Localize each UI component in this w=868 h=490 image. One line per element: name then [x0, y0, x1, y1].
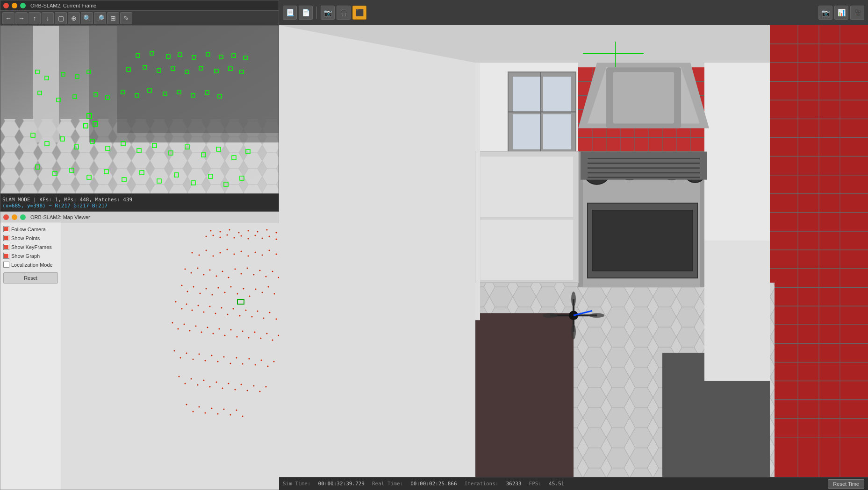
svg-point-212	[273, 361, 275, 362]
svg-point-161	[221, 307, 222, 309]
map-viewer-window: ORB-SLAM2: Map Viewer Follow Camera Show…	[0, 212, 301, 490]
svg-point-158	[203, 312, 205, 313]
svg-point-190	[260, 338, 262, 339]
map-point-cloud-svg	[61, 222, 301, 490]
sim-btn-4[interactable]: 🎧	[337, 6, 351, 20]
localization-mode-label: Localization Mode	[11, 262, 53, 268]
show-points-row[interactable]: Show Points	[3, 235, 58, 241]
svg-point-165	[245, 310, 247, 311]
svg-point-358	[571, 291, 576, 306]
reset-time-button[interactable]: Reset Time	[828, 479, 864, 489]
reset-button[interactable]: Reset	[3, 272, 58, 284]
svg-point-244	[266, 229, 268, 231]
sim-btn-2[interactable]: 📄	[299, 6, 313, 20]
grid-btn[interactable]: ⊞	[107, 12, 119, 24]
current-frame-title: ORB-SLAM2: Current Frame	[30, 3, 96, 8]
pencil-btn[interactable]: ✎	[120, 12, 132, 24]
svg-point-139	[224, 292, 226, 293]
svg-point-119	[228, 277, 230, 278]
follow-camera-checkbox[interactable]	[3, 226, 9, 232]
svg-rect-329	[513, 114, 541, 149]
current-frame-window: ORB-SLAM2: Current Frame ← → ↑ ↓ ▢ ⊕ 🔍 🔎…	[0, 0, 279, 212]
svg-rect-328	[543, 77, 571, 112]
sim-btn-video[interactable]: 🎥	[850, 6, 864, 20]
fps-label: FPS:	[529, 481, 542, 487]
svg-point-359	[571, 324, 576, 339]
show-points-checkbox[interactable]	[3, 235, 9, 241]
svg-point-87	[241, 235, 242, 237]
svg-point-217	[203, 380, 205, 381]
simulator-scene	[279, 25, 868, 477]
sim-btn-1[interactable]: 📃	[283, 6, 297, 20]
svg-point-118	[222, 271, 223, 272]
svg-point-92	[276, 239, 277, 240]
show-graph-row[interactable]: Show Graph	[3, 253, 58, 259]
follow-camera-label: Follow Camera	[11, 227, 46, 232]
svg-point-108	[276, 254, 277, 255]
map-maximize-btn[interactable]	[20, 214, 26, 220]
real-time-label: Real Time:	[372, 481, 403, 487]
svg-point-189	[254, 332, 256, 333]
back-btn[interactable]: ←	[2, 12, 14, 24]
current-frame-toolbar: ← → ↑ ↓ ▢ ⊕ 🔍 🔎 ⊞ ✎	[0, 11, 279, 26]
svg-point-100	[220, 252, 221, 254]
real-time-value: 00:00:02:25.866	[410, 481, 457, 487]
svg-point-191	[266, 333, 268, 334]
map-canvas	[61, 222, 301, 490]
svg-point-163	[233, 308, 234, 310]
svg-point-145	[262, 292, 263, 293]
show-keyframes-label: Show KeyFrames	[11, 244, 52, 250]
follow-camera-row[interactable]: Follow Camera	[3, 226, 58, 232]
zoom-out-btn[interactable]: 🔎	[94, 12, 106, 24]
svg-point-146	[268, 286, 269, 288]
sim-btn-chart[interactable]: 📊	[834, 6, 848, 20]
svg-point-202	[211, 355, 213, 356]
svg-point-175	[172, 322, 173, 324]
show-keyframes-row[interactable]: Show KeyFrames	[3, 244, 58, 250]
svg-point-215	[191, 378, 192, 380]
svg-point-231	[205, 412, 206, 414]
forward-btn[interactable]: →	[15, 12, 28, 24]
zoom-in-btn[interactable]: 🔍	[81, 12, 93, 24]
down-btn[interactable]: ↓	[42, 12, 54, 24]
sim-btn-camera[interactable]: 📷	[818, 6, 832, 20]
up-btn[interactable]: ↑	[29, 12, 41, 24]
svg-rect-350	[475, 63, 480, 320]
sim-toolbar-right: 📷 📊 🎥	[818, 6, 864, 20]
svg-point-105	[255, 252, 256, 253]
sim-btn-3[interactable]: 📷	[321, 6, 335, 20]
maximize-btn[interactable]	[20, 3, 26, 8]
sim-toolbar-sep-1	[316, 7, 317, 19]
svg-point-210	[261, 360, 262, 361]
svg-point-236	[236, 410, 237, 411]
show-graph-checkbox[interactable]	[3, 253, 9, 259]
svg-point-168	[263, 318, 265, 319]
target-btn[interactable]: ⊕	[68, 12, 80, 24]
localization-mode-checkbox[interactable]	[3, 262, 9, 268]
svg-point-242	[248, 230, 249, 232]
close-btn[interactable]	[3, 3, 9, 8]
svg-point-98	[206, 250, 207, 251]
map-viewer-layout: Follow Camera Show Points Show KeyFrames…	[0, 222, 301, 490]
show-keyframes-checkbox[interactable]	[3, 244, 9, 250]
sim-btn-5[interactable]: ⬛	[352, 6, 366, 20]
svg-point-207	[242, 363, 244, 365]
svg-point-227	[265, 386, 267, 388]
svg-point-201	[205, 360, 206, 362]
svg-point-140	[230, 286, 232, 288]
svg-point-198	[186, 353, 187, 354]
show-graph-label: Show Graph	[11, 253, 40, 259]
svg-point-84	[220, 237, 221, 238]
minimize-btn[interactable]	[12, 3, 17, 8]
svg-point-154	[181, 308, 183, 310]
localization-mode-row[interactable]: Localization Mode	[3, 262, 58, 268]
svg-point-197	[180, 357, 181, 359]
map-viewer-titlebar: ORB-SLAM2: Map Viewer	[0, 212, 301, 222]
svg-point-216	[197, 384, 199, 386]
map-close-btn[interactable]	[3, 214, 9, 220]
svg-point-237	[242, 416, 244, 417]
svg-point-235	[230, 414, 231, 416]
map-minimize-btn[interactable]	[12, 214, 17, 220]
svg-point-183	[219, 328, 220, 330]
frame-btn[interactable]: ▢	[55, 12, 67, 24]
